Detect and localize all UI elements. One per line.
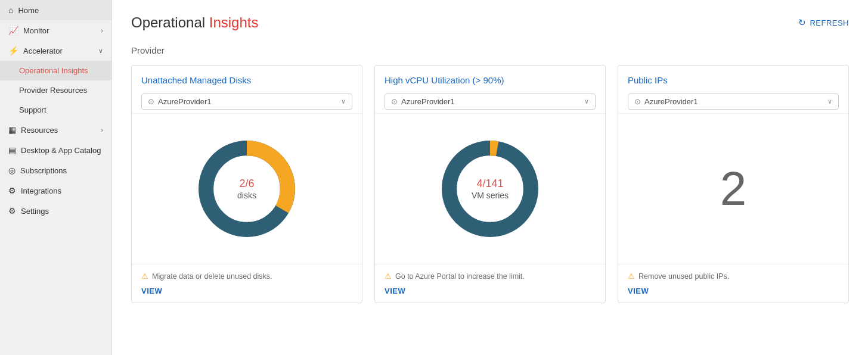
monitor-icon: 📈 [8, 26, 18, 35]
donut-chart-unattached: 2/6 disks [193, 135, 300, 242]
provider-dropdown-unattached[interactable]: ⊙ AzureProvider1 ∨ [141, 94, 352, 110]
card-public-ips: Public IPs ⊙ AzureProvider1 ∨ 2 ⚠ Remove… [618, 65, 849, 303]
sidebar-item-label: Desktop & App Catalog [21, 146, 101, 155]
provider-name-vcpu: AzureProvider1 [401, 97, 455, 106]
card-footer-public-ips: ⚠ Remove unused public IPs. VIEW [618, 264, 848, 303]
card-body-unattached: 2/6 disks [132, 114, 362, 264]
sidebar-item-label: Subscriptions [20, 166, 67, 175]
card-footer-high-vcpu: ⚠ Go to Azure Portal to increase the lim… [375, 264, 605, 303]
view-link-vcpu[interactable]: VIEW [385, 287, 405, 295]
sidebar-item-label: Operational Insights [19, 66, 88, 75]
settings-icon: ⚙ [8, 206, 16, 216]
sidebar-item-desktop-app-catalog[interactable]: ▤ Desktop & App Catalog [0, 140, 111, 160]
refresh-label: REFRESH [810, 18, 849, 27]
sidebar-item-subscriptions[interactable]: ◎ Subscriptions [0, 160, 111, 180]
card-body-public-ips: 2 [618, 114, 848, 264]
donut-center-unattached: 2/6 disks [237, 178, 256, 201]
main-content: Operational Insights ↻ REFRESH Provider … [112, 0, 868, 355]
integrations-icon: ⚙ [8, 186, 16, 195]
warning-icon-unattached: ⚠ [141, 272, 148, 281]
warning-vcpu: ⚠ Go to Azure Portal to increase the lim… [385, 272, 596, 281]
dropdown-chevron-ips: ∨ [827, 98, 832, 105]
subscriptions-icon: ◎ [8, 166, 16, 175]
sidebar-item-monitor[interactable]: 📈 Monitor › [0, 20, 111, 41]
card-high-vcpu: High vCPU Utilization (> 90%) ⊙ AzurePro… [374, 65, 606, 303]
donut-label-unattached: disks [237, 191, 256, 200]
donut-chart-vcpu: 4/141 VM series [436, 135, 544, 242]
donut-value-vcpu: 4/141 [472, 178, 509, 190]
chevron-down-icon: ∨ [98, 47, 103, 55]
view-link-unattached[interactable]: VIEW [141, 287, 162, 295]
card-provider-high-vcpu: ⊙ AzureProvider1 ∨ [375, 90, 605, 114]
warning-ips: ⚠ Remove unused public IPs. [628, 272, 839, 281]
donut-value-unattached: 2/6 [237, 178, 256, 190]
card-provider-unattached-disks: ⊙ AzureProvider1 ∨ [132, 90, 362, 114]
sidebar-item-home[interactable]: ⌂ Home [0, 0, 111, 20]
sidebar-item-settings[interactable]: ⚙ Settings [0, 201, 111, 221]
warning-text-unattached: Migrate data or delete unused disks. [152, 272, 272, 281]
sidebar-item-label: Provider Resources [19, 86, 87, 95]
big-number-ips: 2 [720, 161, 747, 216]
provider-name-ips: AzureProvider1 [644, 97, 698, 106]
sidebar-item-label: Integrations [21, 186, 61, 195]
sidebar-item-label: Home [18, 6, 39, 15]
donut-label-vcpu: VM series [472, 191, 509, 200]
catalog-icon: ▤ [8, 145, 16, 155]
page-title-accent: Insights [209, 14, 259, 30]
provider-icon-unattached: ⊙ [148, 97, 154, 106]
sidebar-item-label: Resources [21, 126, 58, 135]
warning-text-vcpu: Go to Azure Portal to increase the limit… [395, 272, 525, 281]
main-header: Operational Insights ↻ REFRESH [131, 14, 849, 31]
sidebar-item-provider-resources[interactable]: Provider Resources [0, 80, 111, 100]
sidebar-item-integrations[interactable]: ⚙ Integrations [0, 180, 111, 201]
provider-icon-vcpu: ⊙ [391, 97, 398, 106]
sidebar-item-label: Settings [21, 207, 49, 216]
donut-center-vcpu: 4/141 VM series [472, 178, 509, 201]
dropdown-chevron-vcpu: ∨ [584, 98, 589, 105]
sidebar-item-label: Accelerator [23, 46, 63, 55]
resources-icon: ▦ [8, 125, 16, 135]
card-title-unattached-disks: Unattached Managed Disks [132, 66, 362, 90]
warning-icon-vcpu: ⚠ [385, 272, 392, 281]
cards-grid: Unattached Managed Disks ⊙ AzureProvider… [131, 65, 849, 303]
sidebar-item-label: Support [19, 105, 46, 114]
chevron-right-icon: › [101, 27, 103, 34]
provider-section-title: Provider [131, 45, 849, 55]
accelerator-icon: ⚡ [8, 46, 18, 55]
provider-dropdown-vcpu[interactable]: ⊙ AzureProvider1 ∨ [385, 94, 596, 110]
card-title-public-ips: Public IPs [618, 66, 848, 90]
card-unattached-disks: Unattached Managed Disks ⊙ AzureProvider… [131, 65, 362, 303]
page-title: Operational Insights [131, 14, 258, 31]
view-link-ips[interactable]: VIEW [628, 287, 649, 295]
warning-text-ips: Remove unused public IPs. [638, 272, 729, 281]
card-footer-unattached: ⚠ Migrate data or delete unused disks. V… [132, 264, 362, 303]
warning-icon-ips: ⚠ [628, 272, 635, 281]
refresh-button[interactable]: ↻ REFRESH [798, 17, 849, 28]
refresh-icon: ↻ [798, 17, 807, 28]
card-provider-public-ips: ⊙ AzureProvider1 ∨ [618, 90, 848, 114]
sidebar: ⌂ Home 📈 Monitor › ⚡ Accelerator ∨ Opera… [0, 0, 112, 355]
provider-dropdown-ips[interactable]: ⊙ AzureProvider1 ∨ [628, 94, 839, 110]
provider-name-unattached: AzureProvider1 [158, 97, 212, 106]
home-icon: ⌂ [8, 5, 13, 15]
provider-icon-ips: ⊙ [634, 97, 641, 106]
sidebar-item-operational-insights[interactable]: Operational Insights [0, 61, 111, 80]
warning-unattached: ⚠ Migrate data or delete unused disks. [141, 272, 352, 281]
card-body-high-vcpu: 4/141 VM series [375, 114, 605, 264]
sidebar-item-accelerator[interactable]: ⚡ Accelerator ∨ [0, 41, 111, 61]
dropdown-chevron-unattached: ∨ [341, 98, 346, 105]
chevron-right-icon: › [101, 126, 103, 133]
sidebar-item-label: Monitor [23, 26, 49, 35]
sidebar-item-resources[interactable]: ▦ Resources › [0, 120, 111, 140]
page-title-text: Operational [131, 14, 209, 30]
card-title-high-vcpu: High vCPU Utilization (> 90%) [375, 66, 605, 90]
sidebar-item-support[interactable]: Support [0, 100, 111, 120]
